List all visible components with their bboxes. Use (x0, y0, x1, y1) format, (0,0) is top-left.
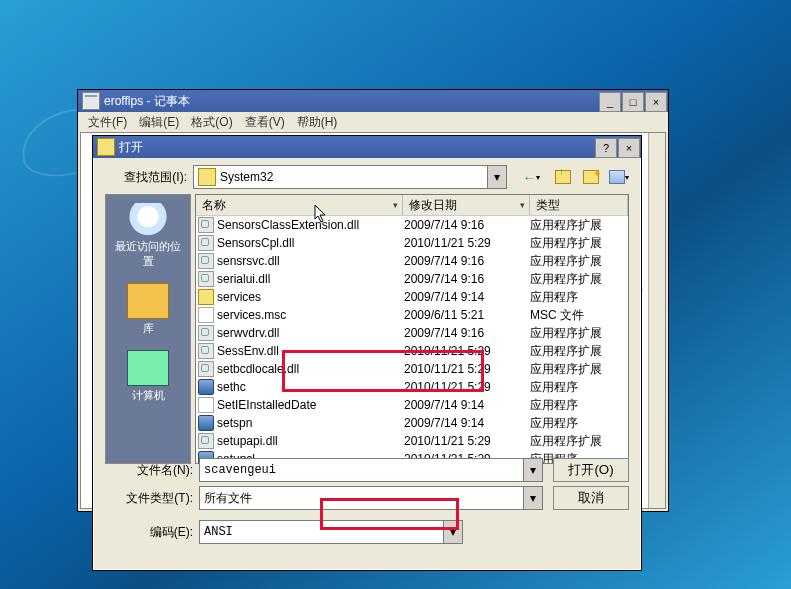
file-type: 应用程序扩展 (524, 253, 628, 270)
column-type[interactable]: 类型 (530, 195, 628, 215)
file-type: 应用程序扩展 (524, 325, 628, 342)
column-name[interactable]: 名称▾ (196, 195, 403, 215)
file-date: 2009/6/11 5:21 (398, 308, 524, 322)
recent-icon (128, 203, 168, 237)
menu-view[interactable]: 查看(V) (241, 112, 289, 133)
file-date: 2009/7/14 9:14 (398, 290, 524, 304)
place-recent[interactable]: 最近访问的位 置 (106, 203, 190, 269)
file-type: 应用程序扩展 (524, 343, 628, 360)
open-dialog-titlebar[interactable]: 打开 ? × (93, 136, 641, 158)
dialog-help-button[interactable]: ? (595, 138, 617, 158)
file-row[interactable]: sensrsvc.dll2009/7/14 9:16应用程序扩展 (196, 252, 628, 270)
file-date: 2010/11/21 5:29 (398, 434, 524, 448)
file-icon (198, 397, 214, 413)
file-row[interactable]: setspn2009/7/14 9:14应用程序 (196, 414, 628, 432)
file-name: setupapi.dll (217, 434, 278, 448)
scrollbar[interactable] (648, 133, 665, 508)
file-type: 应用程序 (524, 415, 628, 432)
file-type: 应用程序 (524, 289, 628, 306)
annotation-highlight (320, 498, 459, 530)
column-date[interactable]: 修改日期▾ (403, 195, 530, 215)
file-date: 2009/7/14 9:16 (398, 326, 524, 340)
menu-edit[interactable]: 编辑(E) (135, 112, 183, 133)
chevron-down-icon[interactable]: ▾ (523, 487, 542, 509)
file-name: SensorsClassExtension.dll (217, 218, 359, 232)
chevron-down-icon: ▾ (388, 195, 402, 215)
dialog-close-button[interactable]: × (618, 138, 640, 158)
notepad-title: erofflps - 记事本 (104, 93, 599, 110)
file-date: 2009/7/14 9:14 (398, 416, 524, 430)
file-icon (198, 361, 214, 377)
notepad-menubar: 文件(F) 编辑(E) 格式(O) 查看(V) 帮助(H) (78, 112, 668, 132)
file-name: sethc (217, 380, 246, 394)
file-row[interactable]: services2009/7/14 9:14应用程序 (196, 288, 628, 306)
file-date: 2009/7/14 9:16 (398, 272, 524, 286)
notepad-icon (82, 92, 100, 110)
filename-input[interactable]: scavengeui ▾ (199, 458, 543, 482)
file-row[interactable]: serwvdrv.dll2009/7/14 9:16应用程序扩展 (196, 324, 628, 342)
chevron-down-icon[interactable]: ▾ (487, 166, 506, 188)
cancel-button[interactable]: 取消 (553, 486, 629, 510)
maximize-button[interactable]: □ (622, 92, 644, 112)
place-label: 最近访问的位 置 (115, 239, 181, 269)
file-name: SessEnv.dll (217, 344, 279, 358)
file-type: 应用程序扩展 (524, 217, 628, 234)
chevron-down-icon: ▾ (515, 195, 529, 215)
encoding-label: 编码(E): (109, 524, 199, 541)
lookin-value: System32 (220, 170, 273, 184)
file-icon (198, 271, 214, 287)
menu-help[interactable]: 帮助(H) (293, 112, 342, 133)
back-button[interactable]: ←▾ (515, 165, 547, 189)
file-icon (198, 343, 214, 359)
computer-icon (127, 350, 169, 386)
file-icon (198, 415, 214, 431)
places-bar: 最近访问的位 置 库 计算机 (105, 194, 191, 464)
place-label: 计算机 (132, 388, 165, 403)
place-computer[interactable]: 计算机 (106, 350, 190, 403)
file-row[interactable]: services.msc2009/6/11 5:21MSC 文件 (196, 306, 628, 324)
lookin-combo[interactable]: System32 ▾ (193, 165, 507, 189)
file-name: setspn (217, 416, 252, 430)
file-date: 2009/7/14 9:16 (398, 254, 524, 268)
filename-value: scavengeui (204, 463, 276, 477)
file-name: SetIEInstalledDate (217, 398, 316, 412)
chevron-down-icon[interactable]: ▾ (523, 459, 542, 481)
file-type: 应用程序 (524, 379, 628, 396)
file-row[interactable]: setupapi.dll2010/11/21 5:29应用程序扩展 (196, 432, 628, 450)
file-icon (198, 379, 214, 395)
up-button[interactable]: ↑ (551, 165, 575, 189)
file-row[interactable]: SensorsCpl.dll2010/11/21 5:29应用程序扩展 (196, 234, 628, 252)
close-button[interactable]: × (645, 92, 667, 112)
annotation-highlight (282, 350, 484, 392)
open-folder-icon (97, 138, 115, 156)
cursor-icon (314, 204, 328, 224)
file-icon (198, 433, 214, 449)
lookin-label: 查找范围(I): (109, 169, 193, 186)
menu-format[interactable]: 格式(O) (187, 112, 236, 133)
file-icon (198, 307, 214, 323)
file-name: services.msc (217, 308, 286, 322)
file-icon (198, 289, 214, 305)
new-folder-button[interactable]: ✦ (579, 165, 603, 189)
place-libraries[interactable]: 库 (106, 283, 190, 336)
filename-label: 文件名(N): (109, 462, 199, 479)
file-icon (198, 235, 214, 251)
file-name: serialui.dll (217, 272, 270, 286)
file-date: 2009/7/14 9:16 (398, 218, 524, 232)
place-label: 库 (143, 321, 154, 336)
filetype-value: 所有文件 (204, 490, 252, 507)
minimize-button[interactable]: _ (599, 92, 621, 112)
views-button[interactable]: ▾ (607, 165, 631, 189)
file-row[interactable]: SensorsClassExtension.dll2009/7/14 9:16应… (196, 216, 628, 234)
encoding-value: ANSI (204, 525, 233, 539)
file-type: 应用程序扩展 (524, 433, 628, 450)
open-dialog-title: 打开 (119, 139, 595, 156)
menu-file[interactable]: 文件(F) (84, 112, 131, 133)
file-icon (198, 253, 214, 269)
file-date: 2009/7/14 9:14 (398, 398, 524, 412)
file-row[interactable]: serialui.dll2009/7/14 9:16应用程序扩展 (196, 270, 628, 288)
notepad-titlebar[interactable]: erofflps - 记事本 _ □ × (78, 90, 668, 112)
file-list[interactable]: 名称▾ 修改日期▾ 类型 SensorsClassExtension.dll20… (195, 194, 629, 464)
open-button[interactable]: 打开(O) (553, 458, 629, 482)
file-row[interactable]: SetIEInstalledDate2009/7/14 9:14应用程序 (196, 396, 628, 414)
